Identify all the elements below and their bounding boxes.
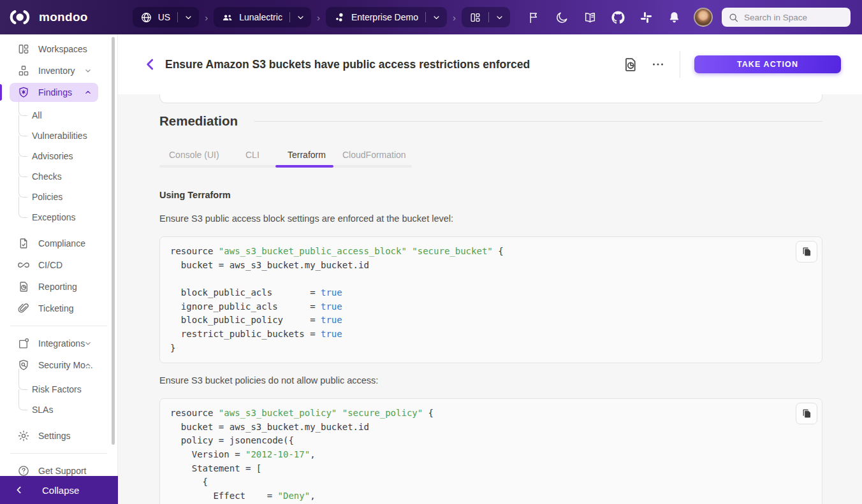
- sidebar-item-vulnerabilities[interactable]: Vulnerabilities: [0, 126, 117, 146]
- code-line: policy = jsonencode({: [170, 434, 812, 448]
- user-avatar[interactable]: [694, 8, 713, 27]
- sidebar-item-label: CI/CD: [38, 260, 62, 270]
- tab-terraform[interactable]: Terraform: [288, 150, 326, 160]
- chevron-down-icon[interactable]: [184, 13, 193, 22]
- sidebar-item-all[interactable]: All: [0, 105, 117, 126]
- space-search[interactable]: [722, 8, 851, 27]
- chevron-down-icon[interactable]: [495, 13, 504, 22]
- code-line: bucket = aws_s3_bucket.my_bucket.id: [170, 421, 812, 435]
- notifications-icon[interactable]: [668, 11, 681, 24]
- compliance-icon: [17, 237, 30, 250]
- chevron-down-icon[interactable]: [84, 66, 92, 75]
- sidebar-item-label: Advisories: [32, 151, 73, 161]
- code-subheading: Using Terraform: [159, 190, 231, 200]
- space-icon: [333, 11, 346, 24]
- sidebar-item-risk-factors[interactable]: Risk Factors: [0, 379, 117, 400]
- context-chip-enterprise-demo[interactable]: Enterprise Demo: [326, 7, 447, 27]
- sidebar-item-policies[interactable]: Policies: [0, 187, 117, 207]
- copy-icon: [800, 245, 813, 258]
- sidebar-item-exceptions[interactable]: Exceptions: [0, 207, 117, 227]
- docs-icon[interactable]: [583, 11, 597, 24]
- code-line: [170, 272, 812, 286]
- sidebar-item-workspaces[interactable]: Workspaces: [0, 38, 117, 60]
- sidebar-item-reporting[interactable]: Reporting: [0, 276, 117, 298]
- code-line: resource "aws_s3_bucket_public_access_bl…: [170, 245, 812, 259]
- workspaces-icon: [17, 43, 30, 55]
- sidebar-item-integrations[interactable]: Integrations: [0, 333, 117, 354]
- active-nav-indicator: [0, 84, 2, 101]
- collapse-button[interactable]: Collapse: [0, 476, 118, 504]
- mondoo-logo[interactable]: mondoo: [10, 10, 88, 25]
- code-content[interactable]: resource "aws_s3_bucket_policy" "secure_…: [160, 399, 822, 504]
- context-chip-lunalectric[interactable]: Lunalectric: [214, 7, 311, 27]
- tab-console-ui[interactable]: Console (UI): [169, 150, 219, 160]
- sidebar-item-label: Get Support: [38, 466, 87, 476]
- search-input[interactable]: [744, 13, 844, 22]
- copy-code-button[interactable]: [796, 241, 817, 263]
- sidebar-item-label: SLAs: [32, 405, 53, 415]
- chevron-down-icon[interactable]: [84, 339, 92, 348]
- brand-name: mondoo: [39, 10, 88, 24]
- back-button[interactable]: [142, 56, 159, 73]
- sidebar-item-label: Compliance: [38, 238, 85, 248]
- github-icon[interactable]: [611, 11, 625, 24]
- flag-icon[interactable]: [527, 11, 541, 24]
- page-title: Ensure Amazon S3 buckets have public acc…: [165, 58, 530, 71]
- sidebar-scrollbar[interactable]: [112, 37, 115, 445]
- take-action-button[interactable]: TAKE ACTION: [694, 55, 841, 73]
- sidebar-item-security-mo[interactable]: Security Mo...: [0, 354, 117, 376]
- context-chip-label: Enterprise Demo: [351, 12, 418, 22]
- more-options-icon[interactable]: [650, 57, 666, 72]
- report-icon[interactable]: [622, 56, 639, 73]
- mondoo-logo-icon: [10, 10, 33, 25]
- inventory-icon: [17, 64, 30, 77]
- chevron-down-icon[interactable]: [296, 13, 305, 22]
- sidebar-item-ci-cd[interactable]: CI/CD: [0, 254, 117, 276]
- sidebar-divider: [10, 326, 107, 326]
- breadcrumb-separator: ›: [317, 12, 320, 23]
- breadcrumb-separator: ›: [453, 12, 456, 23]
- sidebar-item-label: Vulnerabilities: [32, 131, 87, 141]
- tab-cloudformation[interactable]: CloudFormation: [342, 150, 406, 160]
- code-line: Version = "2012-10-17",: [170, 448, 812, 462]
- sidebar-item-label: Policies: [32, 192, 62, 202]
- code-line: bucket = aws_s3_bucket.my_bucket.id: [170, 259, 812, 273]
- code-line: Statement = [: [170, 462, 812, 476]
- tab-cli[interactable]: CLI: [245, 150, 259, 160]
- code-line: ignore_public_acls = true: [170, 300, 812, 314]
- chevron-up-icon[interactable]: [84, 88, 92, 97]
- code-line: restrict_public_buckets = true: [170, 328, 812, 342]
- sidebar-item-compliance[interactable]: Compliance: [0, 233, 117, 254]
- copy-code-button[interactable]: [796, 403, 817, 424]
- slack-icon[interactable]: [639, 11, 653, 24]
- sidebar-item-slas[interactable]: SLAs: [0, 400, 117, 420]
- dark-mode-icon[interactable]: [555, 11, 569, 24]
- code-block-public-access-block: resource "aws_s3_bucket_public_access_bl…: [159, 236, 822, 363]
- code-content[interactable]: resource "aws_s3_bucket_public_access_bl…: [160, 237, 822, 363]
- chevron-up-icon[interactable]: [84, 361, 92, 370]
- code-line: }: [170, 342, 812, 356]
- integrations-icon: [17, 337, 30, 350]
- sidebar-divider: [10, 453, 107, 454]
- ticketing-icon: [17, 302, 30, 315]
- sidebar-item-ticketing[interactable]: Ticketing: [0, 298, 117, 319]
- top-bar: mondoo US›Lunalectric›Enterprise Demo›: [0, 0, 862, 34]
- sidebar-item-label: Findings: [38, 87, 72, 97]
- topbar-right: [527, 8, 851, 27]
- sidebar-item-checks[interactable]: Checks: [0, 166, 117, 187]
- previous-card-bottom: [159, 94, 822, 103]
- section-rule: [254, 121, 822, 122]
- sidebar-item-inventory[interactable]: Inventory: [0, 60, 117, 82]
- breadcrumb-separator: ›: [205, 12, 208, 23]
- cicd-icon: [17, 259, 30, 271]
- header-actions: TAKE ACTION: [622, 51, 862, 78]
- sidebar-nav: WorkspacesInventoryFindingsAllVulnerabil…: [0, 34, 117, 482]
- globe-icon: [140, 11, 152, 24]
- sidebar-item-advisories[interactable]: Advisories: [0, 146, 117, 166]
- sidebar-item-label: Reporting: [38, 282, 77, 292]
- search-icon: [728, 12, 739, 23]
- context-chip-workspace[interactable]: [462, 7, 510, 27]
- context-chip-us[interactable]: US: [133, 7, 199, 27]
- sidebar-item-settings[interactable]: Settings: [0, 425, 117, 447]
- chevron-down-icon[interactable]: [432, 13, 441, 22]
